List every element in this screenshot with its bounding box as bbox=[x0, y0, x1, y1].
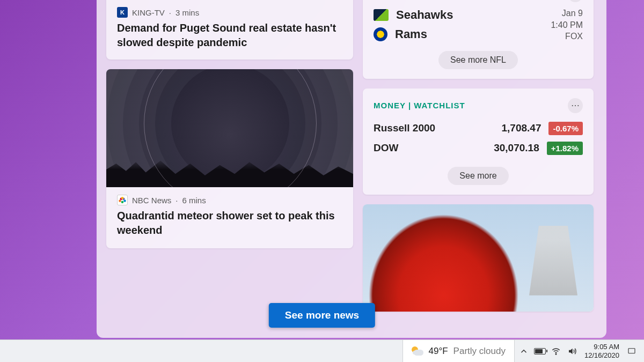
taskbar-clock[interactable]: 9:05 AM 12/16/2020 bbox=[581, 343, 623, 359]
stock-row[interactable]: DOW 30,070.18 +1.82% bbox=[374, 138, 583, 158]
image-card[interactable] bbox=[363, 204, 594, 312]
right-column: NFL WILD CARD ⋯ Seahawks Rams Jan 9 1 bbox=[363, 0, 594, 328]
money-widget[interactable]: MONEY | WATCHLIST ⋯ Russell 2000 1,708.4… bbox=[363, 88, 594, 195]
see-more-money-button[interactable]: See more bbox=[448, 167, 508, 185]
stock-row[interactable]: Russell 2000 1,708.47 -0.67% bbox=[374, 119, 583, 138]
svg-point-4 bbox=[121, 201, 124, 204]
weather-icon bbox=[412, 345, 423, 357]
tray-chevron-icon[interactable] bbox=[517, 345, 531, 357]
news-card-2[interactable]: NBC News · 6 mins Quadrantid meteor show… bbox=[106, 69, 353, 248]
svg-point-0 bbox=[119, 200, 121, 202]
king-tv-logo-icon: K bbox=[117, 7, 128, 18]
team-1: Seahawks bbox=[374, 8, 551, 22]
more-options-button[interactable]: ⋯ bbox=[568, 98, 583, 113]
rams-logo-icon bbox=[374, 27, 387, 41]
see-more-nfl-button[interactable]: See more NFL bbox=[438, 51, 518, 69]
meteor-photo bbox=[106, 69, 353, 187]
widgets-panel: as $100,000 K KING-TV · 3 mins Demand fo… bbox=[97, 0, 606, 338]
battery-icon[interactable] bbox=[533, 345, 547, 357]
news-source: NBC News bbox=[132, 196, 171, 205]
news-source: KING-TV bbox=[132, 8, 165, 17]
nbc-logo-icon bbox=[117, 195, 128, 205]
news-card-1[interactable]: as $100,000 K KING-TV · 3 mins Demand fo… bbox=[106, 0, 353, 60]
news-source-row: K KING-TV · 3 mins bbox=[117, 7, 342, 18]
news-time: 6 mins bbox=[182, 196, 206, 205]
svg-point-6 bbox=[555, 353, 557, 354]
see-more-news-button[interactable]: See more news bbox=[269, 303, 375, 328]
news-headline: Demand for Puget Sound real estate hasn'… bbox=[117, 21, 342, 50]
news-time: 3 mins bbox=[175, 8, 199, 17]
taskbar-weather[interactable]: 49°F Partly cloudy bbox=[402, 340, 515, 362]
taskbar: 49°F Partly cloudy 9:05 AM 12/16/2020 bbox=[0, 339, 644, 362]
left-column: as $100,000 K KING-TV · 3 mins Demand fo… bbox=[106, 0, 353, 328]
game-schedule: Jan 9 1:40 PM FOX bbox=[551, 8, 583, 42]
notifications-icon[interactable] bbox=[625, 345, 639, 357]
news-headline: Quadrantid meteor shower set to peak thi… bbox=[117, 209, 342, 238]
svg-point-5 bbox=[121, 197, 124, 200]
seahawks-logo-icon bbox=[374, 9, 389, 21]
taskbar-condition: Partly cloudy bbox=[453, 346, 506, 357]
news-source-row: NBC News · 6 mins bbox=[117, 195, 342, 205]
balloon-photo bbox=[363, 204, 594, 312]
change-badge: +1.82% bbox=[547, 142, 583, 155]
change-badge: -0.67% bbox=[548, 122, 583, 135]
svg-rect-8 bbox=[628, 348, 635, 353]
team-2: Rams bbox=[374, 27, 551, 41]
volume-icon[interactable] bbox=[565, 345, 579, 357]
wifi-icon[interactable] bbox=[549, 345, 563, 357]
sports-widget[interactable]: NFL WILD CARD ⋯ Seahawks Rams Jan 9 1 bbox=[363, 0, 594, 79]
game-row: Seahawks Rams Jan 9 1:40 PM FOX bbox=[374, 8, 583, 42]
more-options-button[interactable]: ⋯ bbox=[568, 0, 583, 2]
taskbar-temp: 49°F bbox=[429, 346, 448, 357]
money-widget-title: MONEY | WATCHLIST bbox=[374, 101, 465, 110]
svg-marker-7 bbox=[569, 348, 573, 354]
svg-point-3 bbox=[123, 200, 126, 202]
